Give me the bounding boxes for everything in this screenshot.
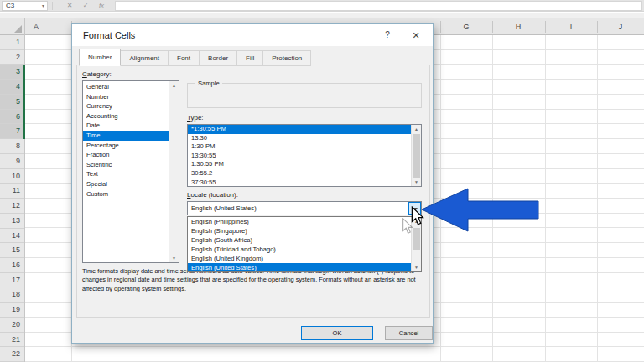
locale-option[interactable]: English (Singapore) [188, 226, 421, 235]
category-item[interactable]: Number [83, 92, 179, 102]
category-item[interactable]: Text [83, 169, 179, 179]
type-item[interactable]: 30:55.2 [188, 169, 421, 178]
column-header-g[interactable]: G [441, 18, 491, 35]
tab-protection[interactable]: Protection [263, 50, 311, 66]
category-item[interactable]: Accounting [83, 111, 179, 122]
category-item[interactable]: Custom [83, 189, 179, 199]
name-box-dropdown-icon[interactable]: ▾ [42, 2, 44, 10]
row-header-11[interactable]: 11 [0, 184, 24, 199]
scrollbar-thumb[interactable] [413, 134, 420, 178]
locale-dropdown-list[interactable]: English (Philippines)English (Singapore)… [187, 216, 422, 272]
column-header-a[interactable]: A [13, 18, 60, 35]
type-item[interactable]: *1:30:55 PM [188, 125, 421, 134]
tab-fill[interactable]: Fill [237, 50, 263, 66]
dialog-titlebar[interactable]: Format Cells ? ✕ [72, 24, 433, 46]
scroll-down-icon[interactable]: ▼ [412, 178, 421, 186]
row-header-14[interactable]: 14 [0, 229, 24, 244]
row-header-5[interactable]: 5 [0, 95, 24, 110]
type-item[interactable]: 37:30:55 [188, 178, 421, 187]
row-header-2[interactable]: 2 [0, 50, 24, 65]
formula-bar-input[interactable] [115, 1, 642, 11]
locale-option[interactable]: English (United States) [188, 263, 421, 272]
row-header-18[interactable]: 18 [0, 287, 24, 303]
tab-number[interactable]: Number [79, 49, 121, 66]
locale-label: Locale (location): [187, 191, 238, 199]
row-header-16[interactable]: 16 [0, 258, 24, 273]
row-header-9[interactable]: 9 [0, 154, 24, 169]
row-header-22[interactable]: 22 [0, 347, 24, 362]
row-header-15[interactable]: 15 [0, 243, 24, 258]
locale-option[interactable]: English (Trinidad and Tobago) [188, 245, 421, 254]
column-header-divider [492, 21, 493, 33]
column-header-divider [545, 21, 546, 33]
category-item[interactable]: Time [83, 131, 179, 141]
column-header-h[interactable]: H [493, 18, 543, 35]
scroll-down-icon[interactable]: ▼ [412, 263, 421, 272]
column-header-divider [440, 21, 441, 33]
type-label: Type: [187, 114, 204, 122]
row-header-1[interactable]: 1 [0, 35, 24, 50]
sample-label: Sample [195, 80, 222, 87]
row-header-19[interactable]: 19 [0, 303, 24, 318]
category-label: Category: [82, 70, 112, 78]
cancel-button[interactable]: Cancel [385, 326, 433, 340]
callout-arrow-icon [420, 187, 540, 233]
type-item[interactable]: 1:30 PM [188, 142, 421, 152]
category-item[interactable]: Currency [83, 101, 179, 111]
formula-bar-strip: C3 ▾ ✕ ✓ fx [0, 0, 644, 12]
scroll-up-icon[interactable]: ▲ [412, 125, 421, 133]
category-item[interactable]: General [83, 82, 179, 92]
ribbon-gap [0, 13, 644, 18]
locale-option[interactable]: English (United Kingdom) [188, 254, 421, 263]
name-box-value: C3 [6, 2, 14, 9]
scroll-up-icon[interactable]: ▲ [169, 81, 179, 90]
category-item[interactable]: Special [83, 179, 179, 189]
row-header-17[interactable]: 17 [0, 273, 24, 288]
category-item[interactable]: Scientific [83, 160, 179, 170]
row-header-4[interactable]: 4 [0, 80, 24, 95]
category-listbox[interactable]: GeneralNumberCurrencyAccountingDateTimeP… [82, 80, 179, 263]
selection-accent-bar [23, 65, 25, 139]
category-scrollbar[interactable]: ▲ ▼ [169, 81, 179, 262]
tab-alignment[interactable]: Alignment [121, 50, 169, 66]
format-cells-dialog: Format Cells ? ✕ NumberAlignmentFontBord… [71, 23, 434, 344]
row-header-6[interactable]: 6 [0, 110, 24, 125]
enter-entry-icon[interactable]: ✓ [80, 0, 91, 12]
locale-option[interactable]: English (South Africa) [188, 235, 421, 245]
row-header-21[interactable]: 21 [0, 333, 24, 348]
type-scrollbar[interactable]: ▲ ▼ [411, 125, 421, 186]
close-icon[interactable]: ✕ [404, 24, 428, 46]
category-item[interactable]: Date [83, 121, 179, 131]
help-button[interactable]: ? [376, 24, 399, 46]
name-box[interactable]: C3 ▾ [2, 1, 48, 11]
column-header-j[interactable]: J [599, 18, 642, 35]
locale-combobox[interactable]: English (United States) [187, 201, 422, 215]
row-header-20[interactable]: 20 [0, 318, 24, 333]
tab-border[interactable]: Border [200, 50, 237, 66]
tab-font[interactable]: Font [169, 50, 200, 66]
dialog-tabs: NumberAlignmentFontBorderFillProtection [79, 49, 311, 65]
dialog-title: Format Cells [83, 24, 135, 46]
type-item[interactable]: 13:30:55 [188, 152, 421, 161]
row-header-8[interactable]: 8 [0, 139, 24, 154]
locale-option[interactable]: English (Philippines) [188, 217, 421, 226]
category-item[interactable]: Fraction [83, 150, 179, 160]
scroll-down-icon[interactable]: ▼ [169, 254, 179, 262]
insert-function-icon[interactable]: fx [96, 0, 107, 12]
type-item[interactable]: 1:30:55 PM [188, 160, 421, 169]
category-item[interactable]: Percentage [83, 141, 179, 151]
row-header-3[interactable]: 3 [0, 65, 24, 80]
type-listbox[interactable]: *1:30:55 PM13:301:30 PM13:30:551:30:55 P… [187, 124, 422, 187]
row-header-13[interactable]: 13 [0, 214, 24, 229]
type-item[interactable]: 13:30 [188, 134, 421, 143]
row-header-7[interactable]: 7 [0, 124, 24, 139]
cancel-entry-icon[interactable]: ✕ [64, 0, 75, 12]
grid-line [545, 35, 546, 362]
row-header-10[interactable]: 10 [0, 169, 24, 184]
ok-button[interactable]: OK [301, 326, 373, 340]
sample-groupbox: Sample [187, 83, 422, 108]
grid-line [597, 35, 598, 362]
row-header-12[interactable]: 12 [0, 199, 24, 214]
locale-value: English (United States) [191, 202, 257, 215]
column-header-i[interactable]: I [546, 18, 596, 35]
